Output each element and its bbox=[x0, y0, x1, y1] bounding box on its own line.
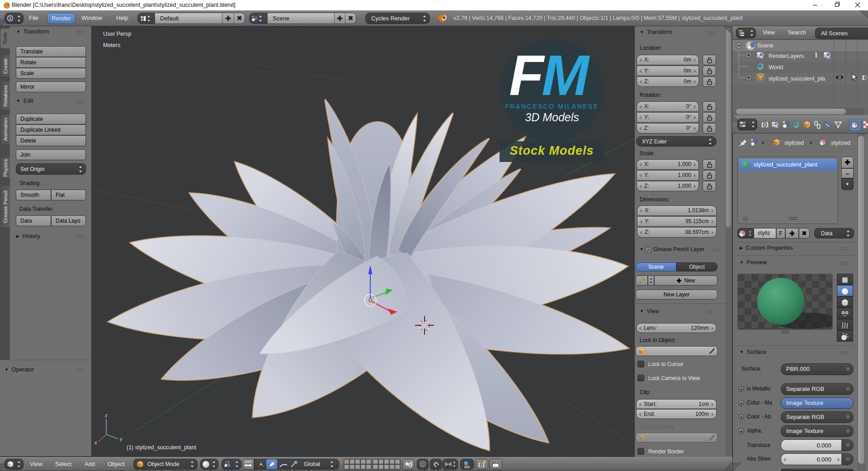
svg-text:z: z bbox=[105, 413, 108, 418]
svg-text:i: i bbox=[9, 16, 11, 21]
svg-text:y: y bbox=[120, 436, 123, 442]
svg-text:x: x bbox=[94, 440, 97, 445]
